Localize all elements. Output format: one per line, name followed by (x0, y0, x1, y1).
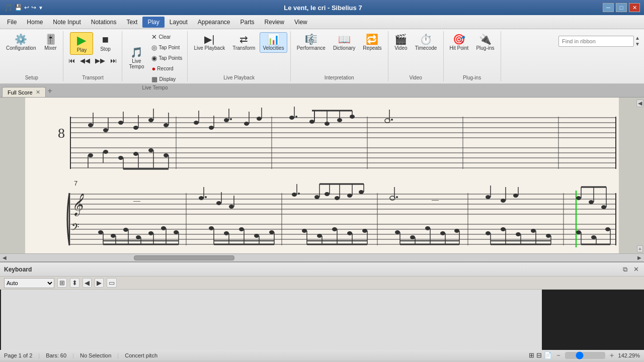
svg-point-60 (103, 150, 108, 154)
repeats-icon: 🔁 (366, 34, 378, 44)
play-button[interactable]: ▶ Play (70, 32, 93, 55)
quick-save[interactable]: 💾 (15, 4, 22, 11)
plugins-button[interactable]: 🔌 Plug-ins (473, 32, 497, 53)
grid-icon[interactable]: ⊞ (529, 351, 534, 359)
zoom-in-score-btn[interactable]: + (637, 245, 643, 252)
to-end-button[interactable]: ⏭ (108, 56, 119, 65)
svg-point-136 (148, 231, 153, 235)
fast-rewind-button[interactable]: ◀◀ (78, 56, 92, 65)
configuration-icon: ⚙️ (15, 34, 27, 44)
mixer-button[interactable]: 🎚️ Mixer (41, 32, 60, 53)
svg-point-184 (486, 231, 491, 235)
menu-layout[interactable]: Layout (165, 17, 193, 28)
display-button[interactable]: ▦ Display (149, 74, 184, 84)
find-down-arrow[interactable]: ▼ (635, 41, 640, 47)
minimize-button[interactable]: ─ (603, 3, 614, 12)
transform-button[interactable]: ⇄ Transform (229, 32, 258, 53)
tap-points-button[interactable]: ◉ Tap Points (149, 53, 184, 63)
timecode-button[interactable]: ⏱️ Timecode (412, 32, 440, 53)
scroll-left-arrow[interactable]: ◀ (1, 255, 8, 260)
menu-view[interactable]: View (289, 17, 312, 28)
svg-point-116 (396, 196, 398, 198)
quick-dropdown[interactable]: ▼ (38, 5, 43, 11)
keyboard-auto-select[interactable]: Auto Manual (4, 278, 54, 288)
svg-point-108 (359, 190, 364, 194)
menu-play[interactable]: Play (142, 17, 164, 28)
svg-point-43 (295, 116, 297, 118)
keyboard-close-btn[interactable]: ✕ (632, 264, 640, 274)
maximize-button[interactable]: □ (616, 3, 627, 12)
menu-review[interactable]: Review (260, 17, 289, 28)
zoom-out-button[interactable]: － (555, 351, 562, 360)
svg-point-188 (546, 234, 551, 238)
video-group-label: Video (409, 74, 422, 80)
stop-button[interactable]: ■ Stop (95, 32, 115, 54)
view-icon[interactable]: ⊟ (536, 351, 542, 359)
tap-point-button[interactable]: ◎ Tap Point (149, 43, 184, 52)
svg-rect-203 (1, 290, 542, 350)
svg-point-94 (199, 196, 204, 200)
zoom-slider[interactable] (565, 352, 605, 359)
page-icon[interactable]: 📄 (544, 351, 552, 359)
live-tempo-button[interactable]: 🎵 Live Tempo (125, 45, 147, 71)
svg-point-107 (347, 194, 352, 198)
svg-point-134 (123, 228, 128, 232)
find-ribbon-input[interactable] (558, 36, 634, 47)
zoom-in-button[interactable]: ＋ (608, 351, 615, 360)
menu-file[interactable]: File (2, 17, 22, 28)
svg-point-40 (257, 117, 262, 121)
score-area: 8 (0, 98, 644, 253)
hit-point-button[interactable]: 🎯 Hit Point (447, 32, 472, 53)
kb-next-btn[interactable]: ▶ (95, 278, 104, 288)
fast-forward-button[interactable]: ▶▶ (93, 56, 107, 65)
quick-undo[interactable]: ↩ (24, 4, 29, 11)
record-button[interactable]: ● Record (149, 64, 184, 73)
mixer-icon: 🎚️ (44, 34, 57, 44)
dictionary-button[interactable]: 📖 Dictionary (330, 32, 358, 53)
svg-point-122 (513, 194, 518, 198)
kb-grid-btn[interactable]: ⊞ (57, 278, 67, 288)
find-up-arrow[interactable]: ▲ (635, 35, 640, 41)
menu-note-input[interactable]: Note Input (48, 17, 86, 28)
ribbon-group-play: ▶ Play ■ Stop ⏮ ◀◀ ▶▶ ⏭ Transport (63, 31, 122, 81)
kb-cursor-btn[interactable]: ⬍ (70, 278, 79, 288)
tab-label: Full Score (8, 89, 33, 96)
scroll-right-arrow[interactable]: ▶ (636, 255, 643, 260)
svg-point-105 (325, 192, 330, 196)
rewind-button[interactable]: ⏮ (66, 56, 77, 65)
live-playback-button[interactable]: ▶| Live Playback (191, 32, 228, 53)
display-icon: ▦ (151, 75, 157, 83)
svg-point-31 (194, 121, 199, 125)
video-button[interactable]: 🎬 Video (391, 32, 411, 53)
kb-box-btn[interactable]: ▭ (107, 278, 117, 288)
full-score-tab[interactable]: Full Score ✕ (2, 87, 46, 97)
keyboard-popout-btn[interactable]: ⧉ (622, 264, 628, 275)
velocities-button[interactable]: 📊 Velocities (260, 32, 287, 53)
svg-point-25 (133, 126, 138, 130)
menu-parts[interactable]: Parts (235, 17, 260, 28)
svg-point-97 (216, 201, 221, 205)
add-tab-button[interactable]: + (48, 86, 52, 96)
svg-point-42 (289, 116, 294, 120)
menu-text[interactable]: Text (121, 17, 142, 28)
svg-point-121 (501, 199, 506, 203)
menu-appearance[interactable]: Appearance (193, 17, 235, 28)
svg-point-161 (317, 234, 322, 238)
live-playback-icon: ▶| (204, 34, 214, 44)
performance-button[interactable]: 🎼 Performance (294, 32, 329, 53)
clear-button[interactable]: ✕ Clear (149, 32, 184, 42)
status-bars: Bars: 60 (46, 352, 66, 358)
configuration-button[interactable]: ⚙️ Configuration (3, 32, 39, 53)
tab-close-button[interactable]: ✕ (36, 89, 40, 96)
svg-point-163 (347, 231, 352, 235)
repeats-button[interactable]: 🔁 Repeats (360, 32, 384, 53)
h-scroll-thumb[interactable] (134, 255, 234, 260)
menu-notations[interactable]: Notations (86, 17, 122, 28)
quick-redo[interactable]: ↪ (31, 4, 36, 11)
close-button[interactable]: ✕ (629, 3, 640, 12)
collapse-btn[interactable]: ◀ (636, 100, 643, 107)
svg-point-132 (98, 230, 103, 234)
keyboard-controls: Auto Manual ⊞ ⬍ ◀ ▶ ▭ (0, 277, 644, 290)
menu-home[interactable]: Home (22, 17, 48, 28)
kb-prev-btn[interactable]: ◀ (83, 278, 92, 288)
